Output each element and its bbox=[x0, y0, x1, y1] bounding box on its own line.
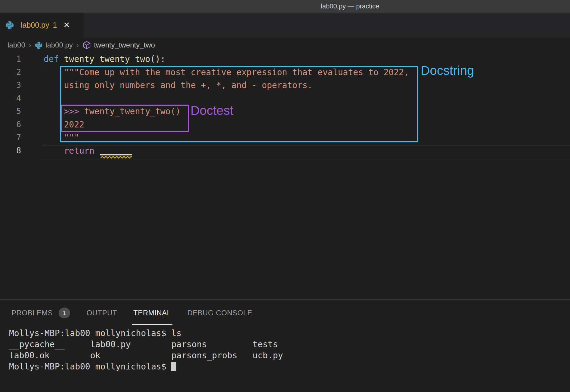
warning-squiggle bbox=[101, 155, 132, 158]
panel-tab-label: PROBLEMS bbox=[11, 309, 53, 317]
breadcrumb: lab00 › lab00.py › twenty_twenty_two bbox=[0, 38, 570, 53]
terminal-output[interactable]: Mollys-MBP:lab00 mollynicholas$ ls__pyca… bbox=[9, 328, 283, 372]
panel-tab-label: TERMINAL bbox=[133, 309, 171, 317]
code-line[interactable]: return bbox=[0, 144, 570, 158]
panel-tab-terminal[interactable]: TERMINAL bbox=[133, 300, 171, 326]
doctest-annotation-box bbox=[61, 105, 189, 132]
panel-tab-bar: PROBLEMS1OUTPUTTERMINALDEBUG CONSOLE bbox=[0, 299, 570, 326]
terminal-line: __pycache__ lab00.py parsons tests bbox=[9, 339, 283, 350]
terminal-line: Mollys-MBP:lab00 mollynicholas$ bbox=[9, 361, 283, 372]
tab-strip: lab00.py 1 ✕ bbox=[0, 13, 570, 38]
window-title: lab00.py — practice bbox=[321, 2, 379, 10]
breadcrumb-folder[interactable]: lab00 bbox=[8, 41, 25, 49]
terminal-cursor bbox=[171, 362, 176, 371]
vscode-window: { "window": { "title": "lab00.py — pract… bbox=[0, 0, 570, 392]
terminal-line: Mollys-MBP:lab00 mollynicholas$ ls bbox=[9, 328, 283, 339]
editor-tab-lab00[interactable]: lab00.py 1 ✕ bbox=[0, 13, 84, 38]
doctest-annotation-label: Doctest bbox=[191, 103, 233, 118]
breadcrumb-symbol[interactable]: twenty_twenty_two bbox=[94, 41, 155, 49]
panel-tab-label: OUTPUT bbox=[86, 309, 117, 317]
panel-tab-output[interactable]: OUTPUT bbox=[86, 300, 117, 326]
chevron-right-icon: › bbox=[29, 41, 31, 49]
tab-filename: lab00.py bbox=[21, 21, 49, 29]
panel-tab-label: DEBUG CONSOLE bbox=[187, 309, 252, 317]
problems-count-badge: 1 bbox=[59, 308, 70, 318]
tab-modified-badge: 1 bbox=[53, 21, 57, 29]
chevron-right-icon: › bbox=[76, 41, 79, 49]
terminal-line: lab00.ok ok parsons_probs ucb.py bbox=[9, 350, 283, 361]
close-icon[interactable]: ✕ bbox=[63, 20, 70, 30]
panel-tab-debug-console[interactable]: DEBUG CONSOLE bbox=[187, 300, 252, 326]
code-line[interactable]: def twenty_twenty_two(): bbox=[0, 53, 570, 66]
python-icon bbox=[5, 21, 14, 30]
panel-tab-problems[interactable]: PROBLEMS1 bbox=[11, 300, 70, 326]
symbol-cube-icon bbox=[82, 41, 91, 50]
title-bar: lab00.py — practice bbox=[0, 0, 570, 13]
breadcrumb-file[interactable]: lab00.py bbox=[45, 41, 73, 49]
python-icon bbox=[35, 41, 43, 49]
docstring-annotation-label: Docstring bbox=[421, 63, 474, 78]
